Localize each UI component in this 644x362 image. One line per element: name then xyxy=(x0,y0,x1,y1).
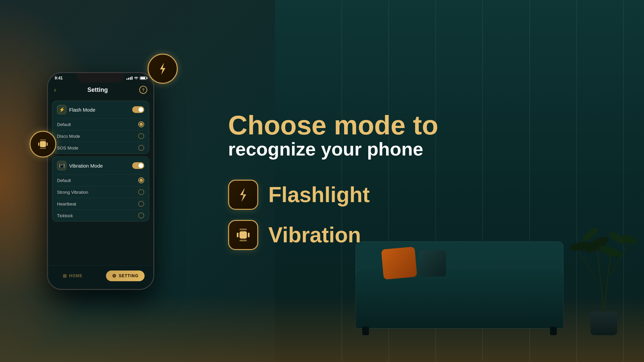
signal-bar-3 xyxy=(130,77,131,80)
phone-screen: 9:41 xyxy=(48,73,153,289)
battery-fill xyxy=(141,77,145,79)
status-icons xyxy=(126,76,147,80)
vibration-mode-title-group: 📳 Vibration Mode xyxy=(57,161,103,170)
flashlight-icon xyxy=(235,186,252,203)
vib-option-default[interactable]: Default xyxy=(52,175,149,186)
vib-radio-heartbeat[interactable] xyxy=(138,201,144,207)
setting-nav-label: SETTING xyxy=(119,274,139,278)
svg-rect-20 xyxy=(239,229,247,230)
svg-marker-10 xyxy=(160,63,165,75)
flash-badge-lightning-icon xyxy=(155,61,170,76)
vibration-mode-toggle[interactable] xyxy=(132,162,144,169)
flash-option-default-label: Default xyxy=(57,122,71,127)
flashlight-label: Flashlight xyxy=(268,184,370,205)
flash-radio-sos[interactable] xyxy=(138,145,144,151)
vibration-mode-card: 📳 Vibration Mode Default Strong Vibratio… xyxy=(52,157,149,222)
svg-rect-17 xyxy=(239,231,247,239)
home-nav-icon: ⊞ xyxy=(63,273,67,279)
vib-option-heartbeat[interactable]: Heartbeat xyxy=(52,198,149,209)
home-nav-button[interactable]: ⊞ HOME xyxy=(57,270,89,281)
flash-radio-disco[interactable] xyxy=(138,133,144,139)
flash-mode-card: ⚡ Flash Mode Default Disco Mode S xyxy=(52,101,149,154)
status-time: 9:41 xyxy=(55,76,63,80)
wifi-icon xyxy=(134,76,139,80)
signal-bar-1 xyxy=(126,78,127,80)
flash-option-disco-label: Disco Mode xyxy=(57,134,80,139)
flash-option-sos[interactable]: SOS Mode xyxy=(52,142,149,154)
svg-rect-12 xyxy=(38,142,39,146)
svg-rect-19 xyxy=(248,233,250,237)
signal-bars xyxy=(126,76,132,80)
headline-line2: recognize your phone xyxy=(228,139,617,160)
floating-vibrate-badge xyxy=(30,131,56,158)
vibration-mode-label: Vibration Mode xyxy=(69,163,103,169)
vibrate-badge-icon xyxy=(37,138,49,150)
signal-bar-4 xyxy=(131,76,132,80)
vibration-mode-header: 📳 Vibration Mode xyxy=(52,157,149,174)
svg-rect-21 xyxy=(239,240,247,241)
phone-frame: 9:41 xyxy=(47,72,154,290)
flash-option-disco[interactable]: Disco Mode xyxy=(52,130,149,142)
home-nav-label: HOME xyxy=(69,274,83,278)
flashlight-feature: Flashlight xyxy=(228,180,617,210)
battery-tip xyxy=(147,77,148,79)
flash-mode-icon: ⚡ xyxy=(57,105,66,114)
back-button[interactable]: ‹ xyxy=(54,86,56,94)
battery-icon xyxy=(140,76,147,80)
vibration-feature: Vibration xyxy=(228,220,617,250)
signal-bar-2 xyxy=(128,78,129,80)
phone-mockup: 9:41 xyxy=(47,72,154,290)
help-button[interactable]: ? xyxy=(139,86,147,94)
flash-option-default[interactable]: Default xyxy=(52,119,149,130)
vib-option-strong-label: Strong Vibration xyxy=(57,190,88,195)
svg-rect-13 xyxy=(47,142,48,146)
status-bar: 9:41 xyxy=(55,76,147,80)
svg-rect-14 xyxy=(40,139,46,140)
app-title: Setting xyxy=(88,86,108,94)
right-content: Choose mode to recognize your phone Flas… xyxy=(201,0,644,362)
flashlight-icon-box xyxy=(228,180,258,210)
vibration-label: Vibration xyxy=(268,224,361,246)
vibration-icon-box xyxy=(228,220,258,250)
svg-rect-15 xyxy=(40,148,46,149)
flash-mode-toggle[interactable] xyxy=(132,106,144,113)
vib-radio-ticktock[interactable] xyxy=(138,213,144,219)
headline-line1: Choose mode to xyxy=(228,112,617,139)
svg-rect-18 xyxy=(237,233,238,237)
setting-nav-button[interactable]: ⚙ SETTING xyxy=(106,270,145,281)
vib-option-strong[interactable]: Strong Vibration xyxy=(52,186,149,198)
vib-radio-strong[interactable] xyxy=(138,189,144,195)
vib-option-ticktock-label: Ticktock xyxy=(57,213,73,218)
vib-radio-default[interactable] xyxy=(138,177,144,183)
setting-nav-icon: ⚙ xyxy=(112,273,117,279)
flash-mode-title-group: ⚡ Flash Mode xyxy=(57,105,95,114)
bottom-nav: ⊞ HOME ⚙ SETTING xyxy=(48,265,153,289)
svg-rect-11 xyxy=(40,141,46,147)
flash-mode-header: ⚡ Flash Mode xyxy=(52,101,149,118)
vib-option-heartbeat-label: Heartbeat xyxy=(57,201,76,206)
flash-option-sos-label: SOS Mode xyxy=(57,145,78,150)
vib-option-ticktock[interactable]: Ticktock xyxy=(52,210,149,221)
flash-radio-default[interactable] xyxy=(138,121,144,127)
vibration-icon xyxy=(235,227,252,243)
feature-list: Flashlight Vibration xyxy=(228,180,617,250)
floating-flash-badge xyxy=(148,54,178,84)
vibration-mode-icon: 📳 xyxy=(57,161,66,170)
flash-mode-label: Flash Mode xyxy=(69,107,95,113)
svg-marker-16 xyxy=(240,188,246,202)
vib-option-default-label: Default xyxy=(57,178,71,183)
